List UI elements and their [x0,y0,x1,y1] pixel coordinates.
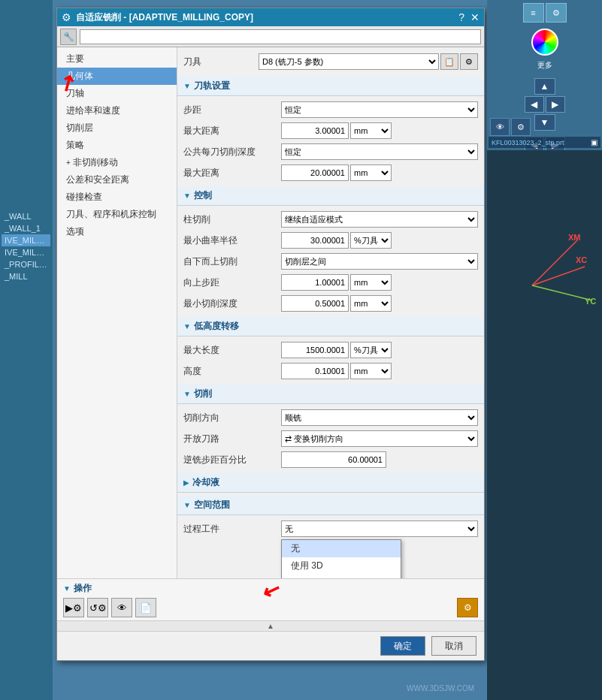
dropdown-item-layer[interactable]: 使用基于层的 [282,575,401,578]
section-daogui[interactable]: ▼ 刀轨设置 [177,77,484,96]
tool-btn-2[interactable]: ⚙ [460,53,478,70]
zhujqiexiao-select[interactable]: 继续自适应模式 [281,211,478,228]
view-icon-settings[interactable]: ⚙ [511,118,531,136]
mindepth-unit[interactable]: mm [350,295,392,312]
form-control-depth: 恒定 [281,143,478,160]
nav-item-daojukongzhi[interactable]: 刀具、程序和机床控制 [57,206,177,223]
opendaolu-select[interactable]: ⇄ 变换切削方向 [281,430,478,447]
nav-item-pengzhuang[interactable]: 碰撞检查 [57,189,177,206]
section-kongjianfanwei[interactable]: ▼ 空间范围 [177,496,484,515]
form-row-mindepth: 最小切削深度 mm [183,293,478,314]
maxdist2-input[interactable] [281,164,349,181]
nav-item-xuanxiang[interactable]: 选项 [57,223,177,240]
op-btn-2[interactable]: ↺⚙ [87,598,108,617]
maxlength-unit[interactable]: %刀具 [350,342,392,358]
section-lengjuye[interactable]: ▶ 冷却液 [177,473,484,493]
upstep-unit[interactable]: mm [350,274,392,291]
form-control-mindepth: mm [281,295,478,312]
left-list-item[interactable]: _WALL_1 [2,222,50,234]
nav-item-gongchajuli[interactable]: 公差和安全距离 [57,171,177,189]
form-label-nixibaifen: 逆铣步距百分比 [183,454,281,466]
dialog-title: 自适应铣削 - [ADAPTIVE_MILLING_COPY] [76,11,253,24]
maxdist1-unit[interactable]: mm [350,122,392,139]
gaodu-unit[interactable]: mm [350,363,392,379]
left-list-item[interactable]: _MILL [2,270,50,282]
minradius-input[interactable] [281,232,349,249]
section-kongzhi-title: 控制 [194,189,212,202]
ok-button[interactable]: 确定 [380,636,425,656]
nav-left-btn[interactable]: ◀ [525,96,544,113]
nav-item-celue[interactable]: 策略 [57,137,177,154]
direction-select[interactable]: 顺铣 [281,409,478,426]
section-kongzhi[interactable]: ▼ 控制 [177,186,484,206]
section-kongzhi-arrow: ▼ [183,192,191,200]
op-btn-4[interactable]: 📄 [135,598,156,617]
maxdist2-unit[interactable]: mm [350,164,392,181]
depth-select[interactable]: 恒定 [281,143,478,160]
nav-item-jiheti[interactable]: 几何体 [57,68,177,85]
minradius-unit[interactable]: %刀具 [350,232,392,249]
content-inner: 刀具 D8 (铣刀-5 参数) 📋 ⚙ ▼ 刀轨设置 步距 恒定 [177,47,484,578]
nav-item-dazhou[interactable]: 刀轴 [57,85,177,102]
content-scroll-area[interactable]: 刀具 D8 (铣刀-5 参数) 📋 ⚙ ▼ 刀轨设置 步距 恒定 [177,47,484,578]
tool-label: 刀具 [183,56,259,68]
left-list-item[interactable]: IVE_MILLIN [2,234,50,246]
nixibaifen-input[interactable] [281,451,386,468]
close-button[interactable]: ✕ [470,11,479,23]
buzhju-select[interactable]: 恒定 [281,101,478,118]
form-row-gaodu: 高度 mm [183,361,478,382]
svg-line-0 [532,240,577,285]
form-row-minradius: 最小曲率半径 %刀具 [183,230,478,251]
bottomup-select[interactable]: 切削层之间 [281,253,478,270]
title-bar-buttons: ? ✕ [458,11,479,23]
form-label-maxdist1: 最大距离 [183,125,281,137]
view-icon-eye[interactable]: 👁 [490,118,510,136]
form-label-guocheng: 过程工件 [183,523,281,536]
dropdown-item-3d[interactable]: 使用 3D [282,557,401,575]
cancel-button[interactable]: 取消 [431,636,476,656]
op-btn-3[interactable]: 👁 [111,598,132,617]
nav-item-feiqiexiao[interactable]: + 非切削移动 [57,154,177,171]
form-label-maxlength: 最大长度 [183,344,281,357]
section-kongjianfanwei-title: 空间范围 [194,499,230,511]
maxlength-input[interactable] [281,342,349,358]
tool-btn-1[interactable]: 📋 [440,53,458,70]
dropdown-item-wu[interactable]: 无 [282,540,401,557]
nav-right-btn[interactable]: ▶ [546,96,565,113]
nav-item-zhuyao[interactable]: 主要 [57,50,177,68]
section-daogui-title: 刀轨设置 [194,80,230,92]
search-input[interactable] [80,29,481,44]
upstep-input[interactable] [281,274,349,291]
left-list-item[interactable]: _PROFILE_S [2,258,50,270]
title-bar: ⚙ 自适应铣削 - [ADAPTIVE_MILLING_COPY] ? ✕ [57,8,484,26]
svg-line-1 [532,267,585,285]
guocheng-select[interactable]: 无 [281,520,478,537]
form-label-direction: 切削方向 [183,412,281,424]
form-label-upstep: 向上步距 [183,276,281,289]
toolbar-btn-layers[interactable]: ≡ [523,3,544,23]
left-list-item[interactable]: _WALL [2,210,50,222]
gaodu-input[interactable] [281,363,349,379]
form-label-minradius: 最小曲率半径 [183,234,281,247]
section-lengjuye-title: 冷却液 [192,476,219,489]
tool-row: 刀具 D8 (铣刀-5 参数) 📋 ⚙ [183,50,478,74]
help-button[interactable]: ? [458,11,464,23]
op-btn-1[interactable]: ▶⚙ [63,598,84,617]
maxdist1-input[interactable] [281,122,349,139]
tool-select[interactable]: D8 (铣刀-5 参数) [259,53,439,70]
nav-item-qiexiaoceng[interactable]: 切削层 [57,119,177,137]
dropdown-popup-wrapper: 无 使用 3D 使用基于层的 [281,539,401,578]
nav-up-btn[interactable]: ▲ [534,78,555,95]
form-control-guocheng: 无 [281,520,478,537]
left-list-item[interactable]: IVE_MILLIN [2,246,50,258]
toolbar-btn-settings[interactable]: ⚙ [546,3,567,23]
form-label-zhujqiexiao: 柱切削 [183,213,281,226]
mindepth-input[interactable] [281,295,349,312]
collapse-bar[interactable]: ▲ [57,620,484,631]
svg-line-2 [532,285,592,300]
section-digaodu[interactable]: ▼ 低高度转移 [177,317,484,336]
section-qiexiao[interactable]: ▼ 切削 [177,385,484,404]
nav-item-jinggelusulv[interactable]: 进给率和速度 [57,102,177,119]
op-btn-extra[interactable]: ⚙ [457,598,478,617]
toolbar-icon-1[interactable]: 🔧 [60,29,77,45]
